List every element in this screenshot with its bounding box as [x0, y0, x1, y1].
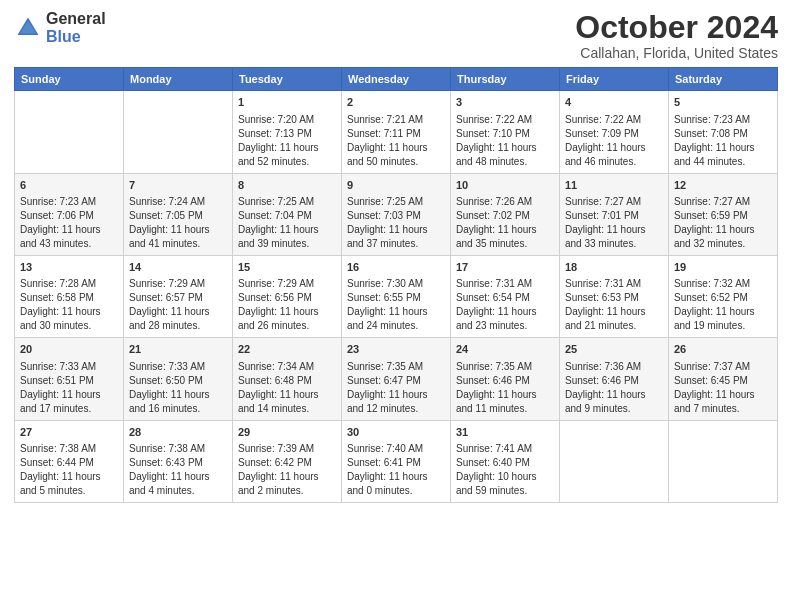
table-row: 21Sunrise: 7:33 AMSunset: 6:50 PMDayligh…: [124, 338, 233, 420]
table-row: 24Sunrise: 7:35 AMSunset: 6:46 PMDayligh…: [451, 338, 560, 420]
table-row: 15Sunrise: 7:29 AMSunset: 6:56 PMDayligh…: [233, 255, 342, 337]
table-row: 25Sunrise: 7:36 AMSunset: 6:46 PMDayligh…: [560, 338, 669, 420]
table-row: [124, 91, 233, 173]
table-row: 20Sunrise: 7:33 AMSunset: 6:51 PMDayligh…: [15, 338, 124, 420]
table-row: 11Sunrise: 7:27 AMSunset: 7:01 PMDayligh…: [560, 173, 669, 255]
table-row: 3Sunrise: 7:22 AMSunset: 7:10 PMDaylight…: [451, 91, 560, 173]
table-row: 26Sunrise: 7:37 AMSunset: 6:45 PMDayligh…: [669, 338, 778, 420]
table-row: 14Sunrise: 7:29 AMSunset: 6:57 PMDayligh…: [124, 255, 233, 337]
table-row: 10Sunrise: 7:26 AMSunset: 7:02 PMDayligh…: [451, 173, 560, 255]
col-sunday: Sunday: [15, 68, 124, 91]
logo-text: General Blue: [46, 10, 106, 45]
col-wednesday: Wednesday: [342, 68, 451, 91]
col-tuesday: Tuesday: [233, 68, 342, 91]
title-block: October 2024 Callahan, Florida, United S…: [575, 10, 778, 61]
table-row: 22Sunrise: 7:34 AMSunset: 6:48 PMDayligh…: [233, 338, 342, 420]
table-row: 9Sunrise: 7:25 AMSunset: 7:03 PMDaylight…: [342, 173, 451, 255]
table-row: 1Sunrise: 7:20 AMSunset: 7:13 PMDaylight…: [233, 91, 342, 173]
header-row: Sunday Monday Tuesday Wednesday Thursday…: [15, 68, 778, 91]
table-row: 27Sunrise: 7:38 AMSunset: 6:44 PMDayligh…: [15, 420, 124, 502]
col-thursday: Thursday: [451, 68, 560, 91]
table-row: 18Sunrise: 7:31 AMSunset: 6:53 PMDayligh…: [560, 255, 669, 337]
table-row: 13Sunrise: 7:28 AMSunset: 6:58 PMDayligh…: [15, 255, 124, 337]
table-row: 23Sunrise: 7:35 AMSunset: 6:47 PMDayligh…: [342, 338, 451, 420]
table-row: 17Sunrise: 7:31 AMSunset: 6:54 PMDayligh…: [451, 255, 560, 337]
table-row: 6Sunrise: 7:23 AMSunset: 7:06 PMDaylight…: [15, 173, 124, 255]
table-row: 19Sunrise: 7:32 AMSunset: 6:52 PMDayligh…: [669, 255, 778, 337]
table-row: 12Sunrise: 7:27 AMSunset: 6:59 PMDayligh…: [669, 173, 778, 255]
col-saturday: Saturday: [669, 68, 778, 91]
table-row: 8Sunrise: 7:25 AMSunset: 7:04 PMDaylight…: [233, 173, 342, 255]
col-friday: Friday: [560, 68, 669, 91]
table-row: [15, 91, 124, 173]
header: General Blue October 2024 Callahan, Flor…: [14, 10, 778, 61]
table-row: 2Sunrise: 7:21 AMSunset: 7:11 PMDaylight…: [342, 91, 451, 173]
table-row: 28Sunrise: 7:38 AMSunset: 6:43 PMDayligh…: [124, 420, 233, 502]
table-row: 7Sunrise: 7:24 AMSunset: 7:05 PMDaylight…: [124, 173, 233, 255]
table-row: [560, 420, 669, 502]
table-row: 30Sunrise: 7:40 AMSunset: 6:41 PMDayligh…: [342, 420, 451, 502]
col-monday: Monday: [124, 68, 233, 91]
table-row: 29Sunrise: 7:39 AMSunset: 6:42 PMDayligh…: [233, 420, 342, 502]
month-title: October 2024: [575, 10, 778, 45]
table-row: 4Sunrise: 7:22 AMSunset: 7:09 PMDaylight…: [560, 91, 669, 173]
table-row: 5Sunrise: 7:23 AMSunset: 7:08 PMDaylight…: [669, 91, 778, 173]
calendar-table: Sunday Monday Tuesday Wednesday Thursday…: [14, 67, 778, 503]
table-row: 31Sunrise: 7:41 AMSunset: 6:40 PMDayligh…: [451, 420, 560, 502]
generalblue-logo-icon: [14, 14, 42, 42]
location: Callahan, Florida, United States: [575, 45, 778, 61]
table-row: 16Sunrise: 7:30 AMSunset: 6:55 PMDayligh…: [342, 255, 451, 337]
logo: General Blue: [14, 10, 106, 45]
table-row: [669, 420, 778, 502]
